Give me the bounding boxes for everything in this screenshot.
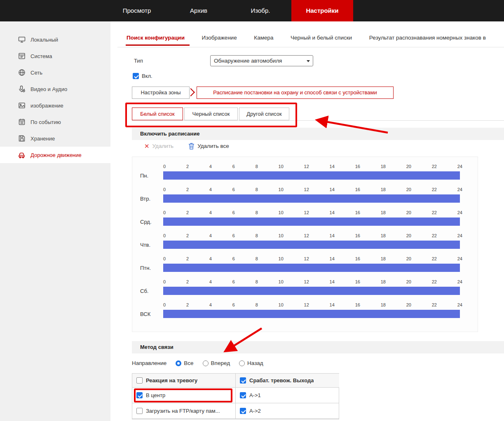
hour-tick-label: 0: [163, 187, 166, 192]
nav-item-image[interactable]: Изобр.: [230, 0, 291, 21]
hour-tick-label: 0: [163, 210, 166, 215]
hour-tick-label: 24: [457, 279, 462, 284]
subtab-arming-schedule[interactable]: Расписание постановки на охрану и способ…: [197, 87, 394, 99]
hour-tick-label: 10: [279, 233, 284, 238]
hour-tick-label: 18: [381, 164, 386, 169]
hour-tick-label: 16: [355, 256, 360, 261]
sidebar-item-image-settings[interactable]: изображение: [0, 97, 110, 114]
hour-tick-label: 8: [256, 210, 258, 215]
hour-tick-label: 12: [304, 187, 309, 192]
day-label: Чтв.: [140, 242, 150, 248]
alarm-reaction-header-checkbox[interactable]: [136, 377, 143, 384]
direction-option-all[interactable]: Все: [176, 360, 193, 366]
upload-ftp-checkbox[interactable]: [136, 408, 143, 414]
notify-center-checkbox[interactable]: [136, 392, 143, 398]
network-icon: [18, 69, 26, 76]
hour-tick-label: 8: [256, 164, 258, 169]
hour-tick-label: 12: [304, 279, 309, 284]
sidebar-item-storage[interactable]: Хранение: [0, 130, 110, 147]
hour-tick-label: 24: [457, 164, 462, 169]
linkage-cell-label: A->2: [249, 408, 261, 414]
list-tab-other-list[interactable]: Другой список: [239, 108, 289, 120]
hour-tick-label: 8: [256, 256, 258, 261]
hour-tick-label: 14: [330, 279, 335, 284]
sidebar-item-video-audio[interactable]: Видео и Аудио: [0, 81, 110, 97]
schedule-bar-tuesday[interactable]: [163, 194, 460, 203]
delete-button[interactable]: ✕ Удалить: [144, 143, 173, 149]
hour-tick-label: 18: [381, 210, 386, 215]
sidebar-item-events[interactable]: По событию: [0, 114, 110, 130]
hour-tick-label: 0: [163, 164, 166, 169]
sidebar-item-system[interactable]: Система: [0, 48, 110, 64]
hour-tick-label: 6: [232, 302, 235, 307]
hour-tick-label: 16: [355, 164, 360, 169]
event-icon: [18, 118, 26, 126]
hour-tick-label: 12: [304, 256, 309, 261]
image-icon: [18, 102, 26, 109]
hour-tick-label: 2: [186, 233, 189, 238]
sidebar-item-label: Система: [30, 53, 52, 59]
linkage-header-label: Срабат. тревож. Выхода: [249, 377, 314, 384]
alarm-output-header-checkbox[interactable]: [240, 377, 246, 384]
hour-tick-label: 4: [209, 302, 212, 307]
monitor-icon: [18, 36, 26, 43]
enable-row: Вкл.: [133, 73, 152, 79]
alarm-output-a1-checkbox[interactable]: [240, 392, 246, 398]
hour-tick-label: 10: [279, 279, 284, 284]
schedule-bar-thursday[interactable]: [163, 241, 460, 249]
list-tab-black-list[interactable]: Черный список: [184, 108, 238, 120]
radio-forward[interactable]: [203, 360, 209, 366]
hour-tick-label: 6: [232, 210, 235, 215]
sidebar-item-local[interactable]: Локальный: [0, 31, 110, 48]
linkage-cell-notify-center: В центр: [132, 388, 236, 403]
hour-tick-label: 0: [163, 256, 166, 261]
nav-item-archive[interactable]: Архив: [168, 0, 230, 21]
tab-picture[interactable]: Изображение: [201, 32, 238, 46]
list-tab-white-list[interactable]: Белый список: [132, 108, 183, 120]
hour-tick-label: 16: [355, 279, 360, 284]
subtab-area-settings[interactable]: Настройка зоны: [132, 87, 190, 99]
radio-backward[interactable]: [239, 360, 245, 366]
direction-option-forward[interactable]: Вперед: [203, 360, 230, 366]
hour-ruler: 024681012141618202224: [163, 233, 462, 238]
schedule-day-row: 024681012141618202224 Сб.: [132, 278, 478, 301]
tab-plate-recognition-result[interactable]: Результат распознавания номерных знаков …: [368, 32, 487, 46]
hour-tick-label: 8: [256, 233, 258, 238]
direction-option-label: Все: [184, 360, 193, 366]
delete-all-button[interactable]: Удалить все: [188, 143, 229, 150]
enable-checkbox[interactable]: [133, 73, 139, 79]
radio-all[interactable]: [176, 360, 181, 366]
nav-item-settings[interactable]: Настройки: [291, 0, 353, 21]
schedule-bar-wednesday[interactable]: [163, 218, 460, 226]
system-icon: [18, 52, 26, 60]
sidebar-item-label: Видео и Аудио: [30, 86, 67, 92]
schedule-bar-monday[interactable]: [163, 171, 460, 180]
tab-camera[interactable]: Камера: [253, 32, 274, 46]
schedule-bar-friday[interactable]: [163, 264, 460, 272]
linkage-cell-label: Загрузить на FTP/карту пам...: [146, 408, 220, 414]
hour-tick-label: 14: [330, 187, 335, 192]
hour-tick-label: 14: [330, 164, 335, 169]
schedule-section-header: Включить расписание: [132, 128, 504, 140]
hour-tick-label: 22: [432, 164, 437, 169]
hour-tick-label: 6: [232, 233, 235, 238]
sidebar-item-traffic[interactable]: Дорожное движение: [0, 147, 110, 163]
tab-configuration-search[interactable]: Поиск конфигурации: [126, 32, 185, 46]
alarm-output-a2-checkbox[interactable]: [240, 408, 246, 414]
schedule-bar-saturday[interactable]: [163, 287, 460, 295]
hour-tick-label: 6: [232, 279, 235, 284]
direction-option-label: Назад: [247, 360, 263, 366]
schedule-day-row: 024681012141618202224 Срд.: [132, 209, 478, 232]
detection-type-select[interactable]: Обнаружение автомобиля: [210, 55, 313, 66]
sidebar-item-network[interactable]: Сеть: [0, 64, 110, 81]
schedule-toolbar: ✕ Удалить Удалить все: [144, 143, 229, 150]
hour-tick-label: 0: [163, 302, 166, 307]
hour-tick-label: 20: [406, 302, 411, 307]
tab-black-white-lists[interactable]: Черный и белый списки: [290, 32, 353, 46]
schedule-bar-sunday[interactable]: [163, 310, 460, 318]
direction-option-backward[interactable]: Назад: [239, 360, 263, 366]
nav-item-live-view[interactable]: Просмотр: [106, 0, 168, 21]
hour-tick-label: 20: [406, 256, 411, 261]
day-label: Сб.: [140, 288, 148, 294]
hour-tick-label: 24: [457, 233, 462, 238]
